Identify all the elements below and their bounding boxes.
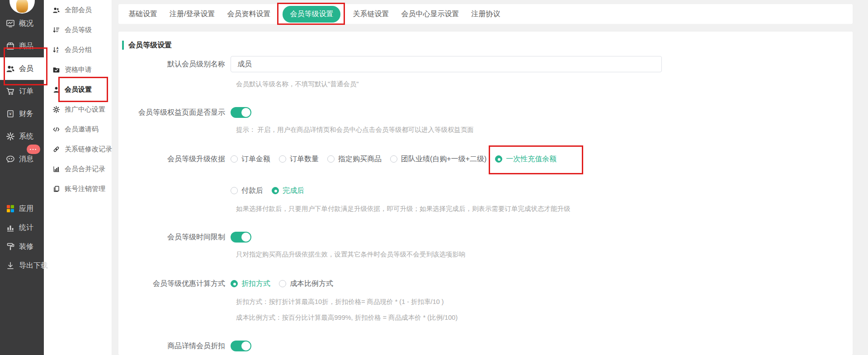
form-label-upgrade-basis: 会员等级升级依据 [122, 154, 231, 164]
form-row-product-detail-discount: 商品详情会员折扣 [122, 341, 844, 351]
radio-circle [279, 155, 286, 163]
sub-sidebar-item-member-settings[interactable]: 会员设置 [44, 79, 112, 99]
sidebar-item-label: 导出下载 [19, 261, 48, 271]
benefit-page-visible-toggle[interactable] [231, 107, 251, 118]
radio-label: 成本比例方式 [290, 279, 333, 289]
svg-text:Z: Z [57, 50, 58, 53]
dashboard-icon [6, 19, 15, 28]
form-row-level-time-limit: 会员等级时间限制 [122, 232, 844, 243]
avatar-image [16, 0, 28, 12]
radio-option-after-payment[interactable]: 付款后 [231, 186, 263, 196]
level-time-limit-toggle[interactable] [231, 232, 251, 243]
radio-circle [390, 155, 397, 163]
helper-text: 只对指定购买商品升级依据生效，设置其它条件时会员等级不会受到该选项影响 [236, 250, 844, 258]
sidebar-item-label: 应用 [19, 204, 33, 214]
file-copy-icon [52, 185, 60, 193]
sidebar-item-订单[interactable]: 订单 [0, 80, 44, 103]
radio-label: 付款后 [241, 186, 263, 196]
radio-option-after-completion[interactable]: 完成后 [272, 186, 304, 196]
settings-card: 会员等级设置 默认会员级别名称会员默认等级名称，不填写默认"普通会员"会员等级权… [118, 32, 853, 355]
radio-option-order-amount[interactable]: 订单金额 [231, 154, 270, 164]
form-control-product-detail-discount [231, 341, 844, 351]
sidebar-item-label: 订单 [19, 87, 33, 96]
sidebar-item-label: 会员 [19, 64, 33, 74]
sidebar-item-统计[interactable]: 统计 [0, 218, 44, 237]
sidebar-item-导出下载[interactable]: 导出下载 [0, 256, 44, 275]
radio-option-one-time-recharge[interactable]: 一次性充值余额 [495, 154, 557, 164]
sidebar-item-系统[interactable]: 系统 [0, 125, 44, 148]
radio-option-team-performance[interactable]: 团队业绩(自购+一级+二级) [390, 154, 486, 164]
settings-form: 默认会员级别名称会员默认等级名称，不填写默认"普通会员"会员等级权益页面是否显示… [122, 56, 844, 351]
radio-label: 完成后 [283, 186, 304, 196]
upgrade-timing-radio-group: 付款后完成后 [231, 184, 844, 197]
member-sub-sidebar: 全部会员会员等级AZ会员分组资格申请会员设置推广中心设置会员邀请码关系链修改记录… [44, 0, 112, 355]
form-control-upgrade-basis: 订单金额订单数量指定购买商品团队业绩(自购+一级+二级)一次性充值余额 [231, 153, 844, 165]
form-control-upgrade-timing: 付款后完成后 [231, 184, 844, 197]
tab-register-agreement[interactable]: 注册协议 [471, 9, 500, 19]
primary-nav-group: 应用统计装修导出下载 [0, 199, 44, 275]
person-icon [52, 86, 60, 93]
bar-chart-icon [52, 165, 60, 173]
sub-sidebar-item-promotion-center-settings[interactable]: 推广中心设置 [44, 99, 112, 119]
sub-sidebar-item-relation-chain-records[interactable]: 关系链修改记录 [44, 139, 112, 159]
sidebar-item-label: 商品 [19, 42, 33, 51]
form-block-upgrade-timing: 付款后完成后如果选择付款后，只要用户下单付款满足升级依据，即可升级；如果选择完成… [122, 184, 844, 213]
form-block-discount-calc-mode: 会员等级优惠计算方式折扣方式成本比例方式折扣方式：按打折计算最高10折，折扣价格… [122, 277, 844, 322]
radio-option-order-count[interactable]: 订单数量 [279, 154, 319, 164]
sub-sidebar-item-member-group[interactable]: AZ会员分组 [44, 40, 112, 60]
sub-sidebar-item-qualification-apply[interactable]: 资格申请 [44, 60, 112, 79]
tab-register-login-settings[interactable]: 注册/登录设置 [170, 9, 215, 19]
sidebar-item-会员[interactable]: 会员 [0, 57, 44, 80]
discount-calc-mode-radio-group: 折扣方式成本比例方式 [231, 277, 844, 290]
form-block-default-level-name: 默认会员级别名称会员默认等级名称，不填写默认"普通会员" [122, 56, 844, 88]
radio-circle [231, 280, 238, 287]
product-detail-discount-toggle[interactable] [231, 341, 251, 351]
radio-option-discount-mode[interactable]: 折扣方式 [231, 279, 270, 289]
form-block-level-time-limit: 会员等级时间限制只对指定购买商品升级依据生效，设置其它条件时会员等级不会受到该选… [122, 232, 844, 258]
toggle-knob [241, 341, 250, 350]
tab-member-profile-settings[interactable]: 会员资料设置 [227, 9, 270, 19]
sidebar-item-label: 系统 [19, 132, 33, 141]
sidebar-item-应用[interactable]: 应用 [0, 199, 44, 218]
sub-sidebar-item-account-cancellation[interactable]: 账号注销管理 [44, 179, 112, 199]
toggle-knob [241, 233, 250, 242]
sub-sidebar-item-member-merge-records[interactable]: 会员合并记录 [44, 159, 112, 179]
sidebar-item-财务[interactable]: ¥财务 [0, 103, 44, 125]
sidebar-item-装修[interactable]: 装修 [0, 237, 44, 256]
sub-sidebar-item-label: 全部会员 [65, 6, 92, 14]
sub-sidebar-item-label: 会员邀请码 [65, 125, 99, 134]
sub-sidebar-item-label: 会员设置 [65, 85, 92, 94]
form-row-upgrade-timing: 付款后完成后 [122, 184, 844, 197]
default-level-name-input[interactable] [231, 56, 662, 72]
form-label-product-detail-discount: 商品详情会员折扣 [122, 341, 231, 351]
radio-option-specified-product[interactable]: 指定购买商品 [327, 154, 382, 164]
primary-nav-group: 概况商品会员订单¥财务系统消息··· [0, 12, 44, 170]
radio-circle [272, 187, 279, 194]
svg-text:A: A [57, 47, 59, 50]
sort-alpha-icon: AZ [52, 46, 60, 54]
tab-relation-chain-settings[interactable]: 关系链设置 [353, 9, 389, 19]
annotation-box-active-tab [277, 3, 345, 25]
helper-text: 折扣方式：按打折计算最高10折，折扣价格= 商品现价 * (1 - 折扣率/10… [236, 298, 844, 306]
sub-sidebar-item-member-invite-code[interactable]: 会员邀请码 [44, 119, 112, 139]
tab-member-center-display-settings[interactable]: 会员中心显示设置 [401, 9, 459, 19]
radio-circle [231, 155, 238, 163]
form-control-level-time-limit [231, 232, 844, 243]
sidebar-item-商品[interactable]: 商品 [0, 35, 44, 57]
sidebar-item-消息[interactable]: 消息··· [0, 148, 44, 170]
main-content: 基础设置注册/登录设置会员资料设置会员等级设置关系链设置会员中心显示设置注册协议… [112, 0, 868, 355]
sub-sidebar-item-all-members[interactable]: 全部会员 [44, 0, 112, 20]
finance-icon: ¥ [6, 109, 15, 118]
sidebar-item-label: 消息 [19, 154, 33, 164]
tab-basic-settings[interactable]: 基础设置 [128, 9, 157, 19]
helper-text: 会员默认等级名称，不填写默认"普通会员" [236, 80, 844, 88]
radio-circle [327, 155, 335, 163]
sub-sidebar-item-member-level[interactable]: 会员等级 [44, 20, 112, 40]
radio-option-cost-ratio-mode[interactable]: 成本比例方式 [279, 279, 333, 289]
sidebar-item-概况[interactable]: 概况 [0, 12, 44, 35]
sub-sidebar-item-label: 关系链修改记录 [65, 145, 112, 154]
messages-badge: ··· [27, 145, 40, 154]
form-control-benefit-page-visible [231, 107, 844, 118]
radio-circle [495, 155, 502, 163]
tab-member-level-settings[interactable]: 会员等级设置 [283, 6, 340, 23]
